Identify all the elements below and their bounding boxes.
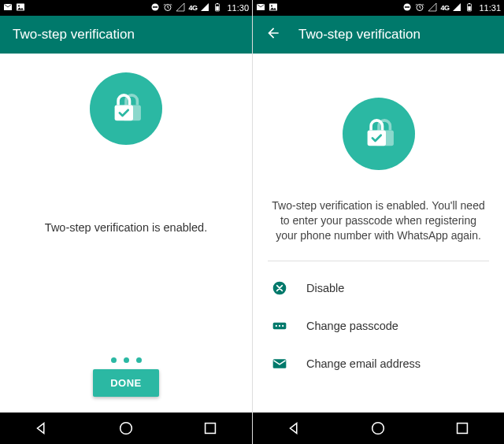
recent-nav-button[interactable] — [454, 420, 471, 437]
svg-rect-4 — [153, 6, 158, 8]
network-type-label: 4G — [440, 4, 449, 12]
svg-point-26 — [276, 325, 277, 327]
disable-option[interactable]: Disable — [253, 269, 504, 307]
back-nav-button[interactable] — [286, 420, 303, 437]
dnd-icon — [402, 2, 412, 13]
signal-empty-icon — [428, 2, 437, 13]
option-label: Change passcode — [306, 320, 398, 332]
passcode-icon — [272, 318, 287, 334]
svg-point-15 — [271, 6, 272, 7]
gmail-icon — [256, 2, 265, 13]
back-nav-button[interactable] — [33, 420, 50, 437]
svg-rect-20 — [469, 3, 470, 4]
svg-rect-8 — [217, 6, 220, 10]
nav-bar — [253, 413, 504, 444]
change-passcode-option[interactable]: Change passcode — [253, 307, 504, 345]
svg-point-27 — [279, 325, 280, 327]
svg-point-28 — [282, 325, 284, 327]
svg-rect-31 — [457, 424, 467, 434]
alarm-icon — [163, 2, 172, 13]
battery-icon — [213, 2, 222, 13]
change-email-option[interactable]: Change email address — [253, 345, 504, 383]
status-text: Two-step verification is enabled. — [26, 220, 226, 236]
image-icon — [269, 2, 278, 13]
content-area: Two-step verification is enabled. You'll… — [253, 54, 504, 413]
gmail-icon — [3, 2, 13, 13]
svg-rect-12 — [205, 424, 215, 434]
status-bar: 4G 11:30 — [0, 0, 252, 16]
screen-settings: 4G 11:31 Two-step verification — [252, 0, 504, 444]
clock-label: 11:30 — [227, 3, 249, 13]
svg-point-2 — [18, 6, 20, 7]
dot-3 — [136, 357, 142, 363]
signal-icon — [200, 2, 209, 13]
close-circle-icon — [272, 280, 287, 296]
dnd-icon — [150, 2, 160, 13]
svg-rect-21 — [469, 6, 472, 10]
image-icon — [16, 2, 25, 13]
option-label: Disable — [306, 282, 344, 294]
signal-empty-icon — [176, 2, 185, 13]
lock-hero-icon — [343, 98, 415, 170]
nav-bar — [0, 413, 252, 444]
divider — [268, 261, 489, 261]
content-area: Two-step verification is enabled. DONE — [0, 54, 252, 413]
battery-icon — [465, 2, 474, 13]
home-nav-button[interactable] — [369, 420, 387, 437]
svg-rect-17 — [405, 6, 410, 8]
signal-icon — [452, 2, 461, 13]
svg-point-30 — [372, 423, 384, 435]
status-bar: 4G 11:31 — [253, 0, 504, 16]
app-bar: Two-step verification — [0, 16, 252, 54]
alarm-icon — [415, 2, 424, 13]
home-nav-button[interactable] — [117, 420, 135, 437]
dot-2 — [124, 357, 129, 363]
recent-nav-button[interactable] — [202, 420, 219, 437]
screen-confirmation: 4G 11:30 Two-step verification — [0, 0, 252, 444]
page-title: Two-step verification — [298, 27, 421, 43]
page-title: Two-step verification — [13, 27, 135, 43]
lock-hero-icon — [90, 72, 162, 145]
email-icon — [272, 356, 287, 372]
svg-point-11 — [120, 423, 132, 435]
svg-rect-7 — [217, 3, 218, 4]
status-text: Two-step verification is enabled. You'll… — [253, 198, 504, 243]
option-label: Change email address — [306, 357, 421, 370]
option-list: Disable Change passcode Change email add… — [253, 269, 504, 383]
clock-label: 11:31 — [479, 3, 501, 13]
dot-1 — [111, 357, 117, 363]
back-button[interactable] — [265, 25, 281, 44]
done-button[interactable]: DONE — [93, 369, 159, 397]
app-bar: Two-step verification — [253, 16, 504, 54]
page-indicator — [111, 357, 142, 363]
network-type-label: 4G — [188, 4, 197, 12]
